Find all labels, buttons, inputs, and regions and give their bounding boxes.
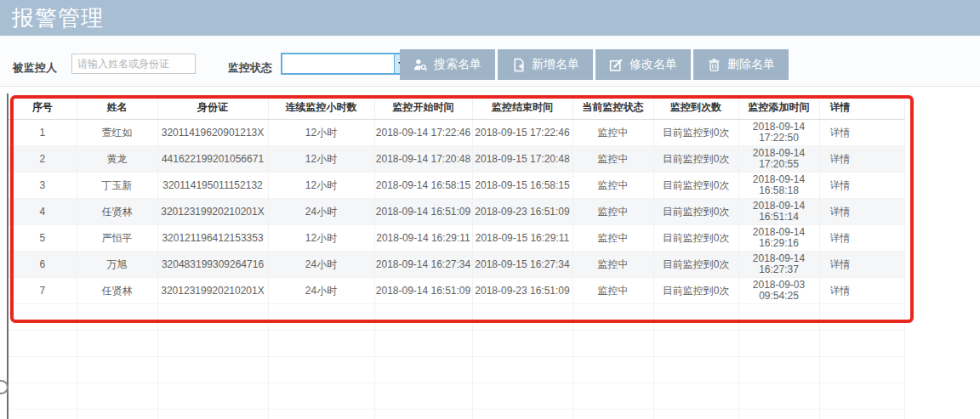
edit-list-button[interactable]: 修改名单 (595, 49, 691, 80)
monitor-list-table: 序号 姓名 身份证 连续监控小时数 监控开始时间 监控结束时间 当前监控状态 监… (9, 95, 905, 419)
table-row: 6 万旭 320483199309264716 24小时 2018-09-14 … (9, 252, 904, 278)
document-plus-icon (511, 58, 526, 72)
cell-added-time: 2018-09-1416:58:18 (738, 173, 819, 199)
cell-count: 目前监控到0次 (653, 278, 738, 304)
cell-name: 黄龙 (77, 146, 157, 173)
detail-link[interactable]: 详情 (819, 252, 904, 278)
cell-start-time: 2018-09-14 17:20:48 (374, 146, 472, 173)
cell-start-time: 2018-09-14 17:22:46 (374, 120, 472, 146)
cell-name: 严恒平 (77, 225, 157, 252)
delete-list-button-label: 删除名单 (727, 57, 775, 72)
action-buttons: 搜索名单 新增名单 修改名单 删除名单 (400, 49, 789, 80)
added-date: 2018-09-14 (753, 147, 805, 159)
cell-end-time: 2018-09-15 16:58:15 (472, 173, 573, 199)
page-title: 报警管理 (12, 3, 104, 33)
cell-id-card: 441622199201056671 (157, 146, 268, 173)
cell-end-time: 2018-09-15 16:27:34 (472, 252, 573, 278)
added-time: 16:58:18 (759, 184, 799, 196)
cell-index: 5 (9, 225, 77, 252)
monitored-person-label: 被监控人 (13, 60, 57, 76)
cell-start-time: 2018-09-14 16:51:09 (374, 199, 472, 225)
cell-start-time: 2018-09-14 16:51:09 (374, 278, 472, 304)
cell-count: 目前监控到0次 (653, 146, 738, 173)
cell-id-card: 320121196412153353 (157, 225, 268, 252)
pencil-square-icon (609, 58, 624, 72)
cell-index: 3 (9, 173, 77, 199)
cell-status: 监控中 (573, 225, 653, 252)
monitor-status-label: 监控状态 (228, 60, 272, 76)
cell-hours: 12小时 (268, 146, 374, 173)
header-id-card: 身份证 (157, 95, 268, 120)
monitor-status-select[interactable] (281, 53, 410, 75)
table-row: 7 任贤林 32012319920210201X 24小时 2018-09-14… (9, 278, 904, 304)
detail-link[interactable]: 详情 (819, 120, 904, 146)
cell-id-card: 32011419620901213X (157, 120, 268, 146)
cell-status: 监控中 (573, 173, 653, 199)
add-list-button-label: 新增名单 (532, 57, 579, 72)
cell-added-time: 2018-09-1416:51:14 (738, 199, 819, 225)
cell-name: 萱红如 (77, 120, 157, 146)
added-time: 16:51:14 (759, 211, 799, 223)
cell-name: 丁玉新 (77, 173, 157, 199)
monitored-person-input[interactable] (71, 54, 196, 74)
cell-end-time: 2018-09-23 16:51:09 (472, 278, 573, 304)
header-monitor-count: 监控到次数 (653, 95, 738, 120)
cell-end-time: 2018-09-15 16:29:11 (472, 225, 573, 252)
detail-link[interactable]: 详情 (819, 199, 904, 225)
cell-count: 目前监控到0次 (653, 120, 738, 146)
cell-count: 目前监控到0次 (653, 225, 738, 252)
cell-status: 监控中 (573, 120, 653, 146)
cell-hours: 24小时 (268, 278, 374, 304)
cell-name: 任贤林 (77, 278, 157, 304)
edit-list-button-label: 修改名单 (630, 57, 677, 72)
cell-id-card: 320483199309264716 (157, 252, 268, 278)
cell-end-time: 2018-09-15 17:20:48 (472, 146, 573, 173)
search-list-button-label: 搜索名单 (434, 57, 481, 72)
cell-hours: 24小时 (268, 252, 374, 278)
empty-row (9, 304, 904, 331)
alarm-management-page: 报警管理 被监控人 监控状态 搜索名单 新增名单 修改名单 (0, 0, 980, 419)
cell-index: 2 (9, 146, 77, 173)
search-list-button[interactable]: 搜索名单 (400, 49, 495, 80)
cell-id-card: 32012319920210201X (157, 278, 268, 304)
cell-hours: 24小时 (268, 199, 374, 225)
cell-status: 监控中 (573, 199, 653, 225)
cell-count: 目前监控到0次 (653, 199, 738, 225)
table-header-row: 序号 姓名 身份证 连续监控小时数 监控开始时间 监控结束时间 当前监控状态 监… (9, 95, 904, 120)
delete-list-button[interactable]: 删除名单 (693, 49, 789, 80)
header-added-time: 监控添加时间 (738, 95, 819, 120)
cell-end-time: 2018-09-15 17:22:46 (472, 120, 573, 146)
added-date: 2018-09-14 (753, 252, 805, 264)
add-list-button[interactable]: 新增名单 (498, 49, 593, 80)
trash-icon (707, 58, 721, 72)
added-date: 2018-09-14 (753, 173, 805, 185)
table-row: 4 任贤林 32012319920210201X 24小时 2018-09-14… (9, 199, 904, 225)
cell-count: 目前监控到0次 (653, 173, 738, 199)
empty-row (9, 410, 904, 419)
added-date: 2018-09-14 (753, 121, 805, 133)
cell-start-time: 2018-09-14 16:27:34 (374, 252, 472, 278)
cell-index: 1 (9, 120, 77, 146)
cell-status: 监控中 (573, 252, 653, 278)
added-date: 2018-09-14 (753, 226, 805, 238)
cell-added-time: 2018-09-1417:22:50 (738, 120, 819, 146)
header-index: 序号 (9, 95, 77, 120)
header-name: 姓名 (77, 95, 157, 120)
detail-link[interactable]: 详情 (819, 173, 904, 199)
table-row: 5 严恒平 320121196412153353 12小时 2018-09-14… (9, 225, 904, 252)
added-time: 17:22:50 (759, 132, 799, 144)
table-row: 3 丁玉新 320114195011152132 12小时 2018-09-14… (9, 173, 904, 199)
cell-hours: 12小时 (268, 173, 374, 199)
cell-id-card: 320114195011152132 (157, 173, 268, 199)
detail-link[interactable]: 详情 (819, 278, 904, 304)
person-with-magnifier-icon (413, 58, 428, 72)
detail-link[interactable]: 详情 (819, 146, 904, 173)
empty-row (9, 357, 904, 383)
cell-hours: 12小时 (268, 225, 374, 252)
table-row: 1 萱红如 32011419620901213X 12小时 2018-09-14… (9, 120, 904, 146)
header-hours: 连续监控小时数 (268, 95, 374, 120)
cell-added-time: 2018-09-1416:29:16 (738, 225, 819, 252)
detail-link[interactable]: 详情 (819, 225, 904, 252)
cell-index: 7 (9, 278, 77, 304)
cell-start-time: 2018-09-14 16:29:11 (374, 225, 472, 252)
